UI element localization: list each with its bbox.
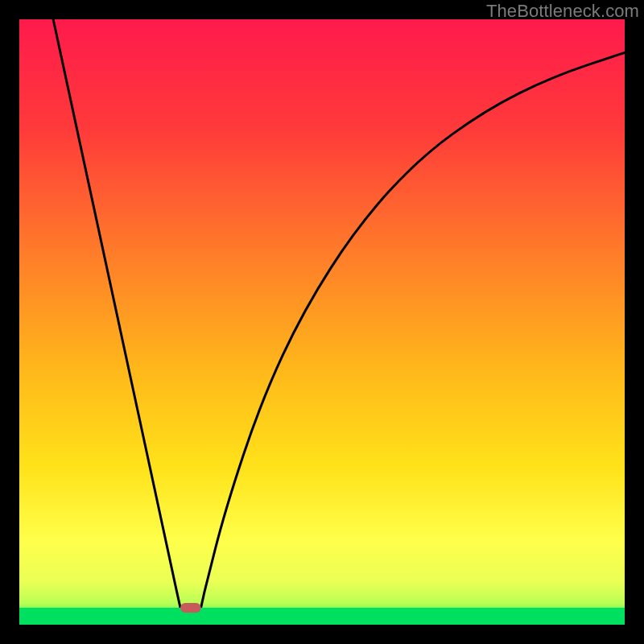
min-marker — [180, 603, 201, 613]
chart-background — [19, 19, 625, 625]
bottom-band — [19, 608, 625, 625]
chart-frame — [19, 19, 625, 625]
chart-plot — [19, 19, 625, 625]
